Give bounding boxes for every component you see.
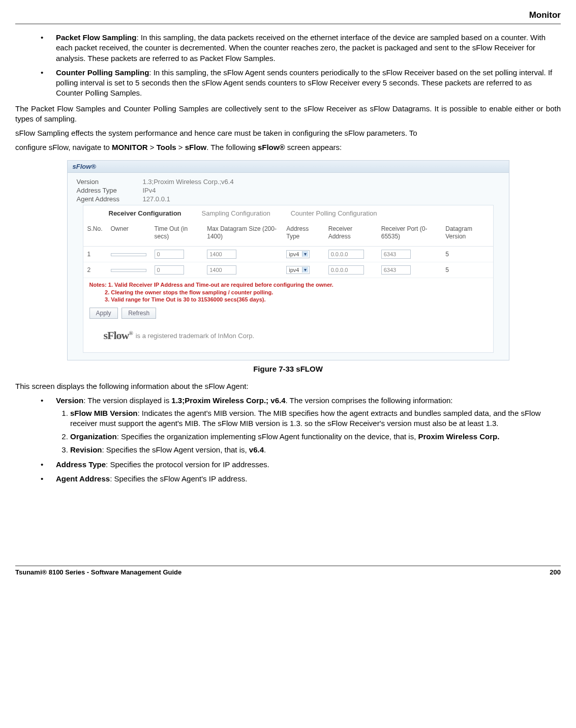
info-label: Address Type [77,187,143,194]
select-value: ipv4 [289,267,299,273]
col-port: Receiver Port (0-65535) [377,220,442,247]
paragraph-nav: configure sFlow, navigate to MONITOR > T… [15,142,561,153]
sub-bold: v6.4 [249,445,264,454]
paragraph: The Packet Flow Samples and Counter Poll… [15,104,561,125]
agent-info-list: Version: The version displayed is 1.3;Pr… [15,396,561,484]
cell-sno: 2 [83,262,107,278]
cell-ver: 5 [441,262,493,278]
chevron-down-icon: ▾ [302,267,308,272]
owner-input[interactable] [111,269,146,272]
maxdg-input[interactable]: 1400 [207,265,236,275]
trademark-text: is a registered trademark of InMon Corp. [136,332,254,340]
sub-text: : Specifies the organization implementin… [117,432,418,441]
info-value: 127.0.0.1 [143,195,170,203]
tab-counter-polling-config[interactable]: Counter Polling Configuration [291,209,377,217]
nav-l1: MONITOR [112,143,148,151]
sub-bold: Proxim Wireless Corp. [418,432,500,441]
col-recvaddr: Receiver Address [324,220,377,247]
trademark-line: sFlow® is a registered trademark of InMo… [83,319,493,346]
sep: > [176,143,185,151]
note-line: 1. Valid Receiver IP Address and Time-ou… [108,282,334,288]
bullet-title: Version [56,396,83,405]
refresh-button[interactable]: Refresh [122,308,156,319]
select-value: ipv4 [289,251,299,257]
col-ver: Datagram Version [441,220,493,247]
notes-block: Notes: 1. Valid Receiver IP Address and … [83,278,493,305]
apply-button[interactable]: Apply [89,308,118,319]
recvaddr-input[interactable]: 0.0.0.0 [328,250,364,259]
text: configure sFlow, navigate to [15,143,112,151]
receiver-table: S.No. Owner Time Out (in secs) Max Datag… [83,220,493,278]
bullet-text: : Specifies the protocol version for IP … [106,460,269,469]
col-addrtype: Address Type [282,220,324,247]
figure-caption: Figure 7-33 sFLOW [15,365,561,373]
page-footer: Tsunami® 8100 Series - Software Manageme… [15,565,561,576]
addrtype-select[interactable]: ipv4▾ [286,250,310,258]
text-bold: sFlow® [258,143,285,151]
chevron-down-icon: ▾ [302,251,308,257]
text: : The version displayed is [83,396,171,405]
footer-left: Tsunami® 8100 Series - Software Manageme… [15,568,181,576]
bullet-text: : Specifies the sFlow Agent's IP address… [110,474,247,483]
sflow-logo-icon: sFlow® [104,329,133,342]
col-timeout: Time Out (in secs) [150,220,203,247]
bullet-agent-address: Agent Address: Specifies the sFlow Agent… [41,474,561,484]
col-maxdg: Max Datagram Size (200-1400) [203,220,282,247]
bullet-title: Address Type [56,460,106,469]
info-label: Version [77,178,143,186]
owner-input[interactable] [111,253,146,256]
sub-mib-version: sFlow MIB Version: Indicates the agent's… [70,408,561,429]
port-input[interactable]: 6343 [381,265,411,275]
port-input[interactable]: 6343 [381,250,411,259]
footer-page-number: 200 [550,568,561,576]
header-rule [15,23,561,24]
bullet-version: Version: The version displayed is 1.3;Pr… [41,396,561,455]
info-label: Agent Address [77,195,143,203]
bullet-counter-polling: Counter Polling Sampling: In this sampli… [41,68,561,99]
addrtype-select[interactable]: ipv4▾ [286,266,310,274]
paragraph: sFlow Sampling effects the system perfor… [15,128,561,138]
nav-l2: Tools [157,143,176,151]
tabs: Receiver Configuration Sampling Configur… [83,205,493,220]
text: . The version comprises the following in… [285,396,452,405]
info-value: 1.3;Proxim Wireless Corp.;v6.4 [143,178,234,186]
sub-organization: Organization: Specifies the organization… [70,432,561,442]
nav-l3: sFlow [185,143,207,151]
recvaddr-input[interactable]: 0.0.0.0 [328,265,364,275]
table-row: 1 0 1400 ipv4▾ 0.0.0.0 6343 5 [83,246,493,262]
timeout-input[interactable]: 0 [155,265,184,275]
version-sublist: sFlow MIB Version: Indicates the agent's… [56,408,561,456]
panel-title: sFlow® [68,161,509,173]
bullet-title: Packet Flow Sampling [56,33,136,42]
col-sno: S.No. [83,220,107,247]
sflow-panel: sFlow® Version1.3;Proxim Wireless Corp.;… [67,160,509,361]
text: . The following [206,143,258,151]
text: screen appears: [285,143,342,151]
cell-ver: 5 [441,246,493,262]
sub-revision: Revision: Specifies the sFlow Agent vers… [70,445,561,455]
agent-info: Version1.3;Proxim Wireless Corp.;v6.4 Ad… [68,173,509,205]
cell-sno: 1 [83,246,107,262]
bullet-title: Agent Address [56,474,110,483]
sub-text: : Specifies the sFlow Agent version, tha… [102,445,249,454]
table-row: 2 0 1400 ipv4▾ 0.0.0.0 6343 5 [83,262,493,278]
text-bold: 1.3;Proxim Wireless Corp.; v6.4 [171,396,285,405]
section-header: Monitor [15,10,561,20]
paragraph: This screen displays the following infor… [15,381,561,391]
note-line: 3. Valid range for Time Out is 30 to 315… [105,296,266,302]
config-inner-panel: Receiver Configuration Sampling Configur… [83,205,494,353]
tab-receiver-config[interactable]: Receiver Configuration [109,209,181,217]
top-bullet-list: Packet Flow Sampling: In this sampling, … [15,33,561,99]
note-line: 2. Clearing the owner stops the flow sam… [105,289,273,295]
bullet-address-type: Address Type: Specifies the protocol ver… [41,460,561,470]
sub-title: Organization [70,432,117,441]
tab-sampling-config[interactable]: Sampling Configuration [202,209,270,217]
sub-text: : Indicates the agent's MIB version. The… [70,409,541,428]
sub-text: . [264,445,266,454]
sub-title: sFlow MIB Version [70,409,138,417]
bullet-title: Counter Polling Sampling [56,68,149,77]
sub-title: Revision [70,445,102,454]
timeout-input[interactable]: 0 [155,250,184,259]
sep: > [148,143,157,151]
maxdg-input[interactable]: 1400 [207,250,236,259]
